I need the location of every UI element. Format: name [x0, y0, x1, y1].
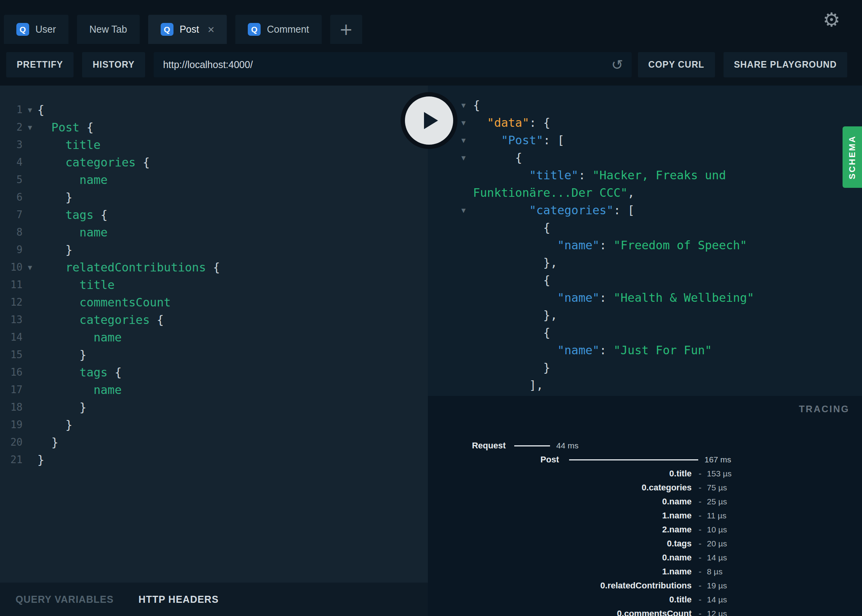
tab-comment[interactable]: QComment	[235, 15, 321, 44]
response-viewer: ▾{▾"data": {▾"Post": [▾{"title": "Hacker…	[428, 86, 862, 396]
fold-arrow-icon[interactable]: ▾	[461, 131, 473, 149]
fold-gutter	[23, 381, 37, 399]
copy-curl-button[interactable]: COPY CURL	[638, 52, 715, 77]
tab-new-tab[interactable]: New Tab	[77, 15, 140, 44]
query-editor[interactable]: 1▾{2▾Post {3title4categories {5name6}7ta…	[0, 86, 428, 583]
response-line: {	[428, 219, 862, 236]
line-number: 9	[0, 241, 23, 259]
trace-value: 14 µs	[707, 595, 727, 604]
execute-play-button[interactable]	[405, 96, 453, 145]
playground-window: QUserNew TabQPost×QComment + ⚙ PRETTIFY …	[0, 0, 862, 616]
fold-arrow-icon[interactable]: ▾	[461, 149, 473, 166]
code-line: 16tags {	[0, 364, 428, 381]
trace-label: 0.title	[428, 469, 692, 479]
trace-label: 0.tags	[428, 539, 692, 549]
fold-arrow-icon[interactable]: ▾	[461, 201, 473, 219]
url-input[interactable]	[162, 59, 611, 71]
line-number: 8	[0, 224, 23, 241]
trace-dash: -	[699, 511, 701, 521]
close-tab-icon[interactable]: ×	[208, 24, 215, 35]
trace-value: 19 µs	[707, 581, 727, 590]
line-content: },	[473, 254, 557, 271]
code-line: 1▾{	[0, 101, 428, 119]
trace-dash: -	[699, 525, 701, 535]
trace-value: 44 ms	[556, 441, 578, 450]
trace-dash: -	[699, 497, 701, 507]
code-line: 18}	[0, 399, 428, 416]
trace-value: 12 µs	[707, 609, 727, 616]
line-content: }	[37, 346, 86, 364]
line-content: "categories": [	[473, 201, 634, 219]
response-line: ▾{	[428, 149, 862, 166]
line-number: 2	[0, 119, 23, 136]
reload-icon[interactable]: ↺	[611, 58, 623, 72]
trace-label: 0.name	[428, 497, 692, 507]
trace-row: 0.name-14 µs	[428, 551, 862, 565]
trace-row: 1.name-11 µs	[428, 509, 862, 523]
fold-gutter	[23, 346, 37, 364]
fold-gutter	[23, 399, 37, 416]
fold-gutter	[23, 434, 37, 451]
line-number: 14	[0, 329, 23, 346]
fold-gutter	[23, 171, 37, 189]
line-content: }	[37, 434, 58, 451]
http-headers-tab[interactable]: HTTP HEADERS	[138, 594, 219, 605]
line-number: 16	[0, 364, 23, 381]
query-tab-icon: Q	[248, 23, 261, 36]
line-number: 1	[0, 101, 23, 119]
line-content: "Post": [	[473, 131, 564, 149]
tab-user[interactable]: QUser	[4, 15, 68, 44]
trace-row: 0.tags-20 µs	[428, 537, 862, 551]
line-number: 6	[0, 189, 23, 206]
line-content: {	[473, 219, 550, 236]
share-playground-button[interactable]: SHARE PLAYGROUND	[724, 52, 847, 77]
trace-value: 20 µs	[707, 539, 727, 548]
trace-dash: -	[699, 483, 701, 493]
trace-label: 0.title	[428, 595, 692, 605]
trace-dash: -	[699, 469, 701, 479]
line-content: categories {	[37, 154, 150, 171]
history-button[interactable]: HISTORY	[82, 52, 145, 77]
trace-value: 167 ms	[704, 455, 731, 464]
query-variables-tab[interactable]: QUERY VARIABLES	[16, 594, 114, 605]
trace-row: 0.title-14 µs	[428, 593, 862, 607]
fold-arrow-icon[interactable]: ▾	[23, 101, 37, 119]
fold-arrow-icon[interactable]: ▾	[461, 96, 473, 114]
line-number: 5	[0, 171, 23, 189]
trace-value: 8 µs	[707, 567, 722, 576]
fold-gutter	[461, 359, 473, 376]
line-number: 3	[0, 136, 23, 154]
tab-label: Comment	[267, 24, 309, 35]
code-line: 21}	[0, 451, 428, 469]
response-line: ▾{	[428, 96, 862, 114]
fold-gutter	[461, 219, 473, 236]
new-tab-button[interactable]: +	[330, 15, 362, 44]
trace-value: 75 µs	[707, 483, 727, 492]
trace-row: 0.name-25 µs	[428, 495, 862, 509]
tab-post[interactable]: QPost×	[148, 15, 227, 44]
trace-value: 153 µs	[707, 469, 731, 478]
response-line: Funktionäre...Der CCC",	[428, 184, 862, 201]
fold-arrow-icon[interactable]: ▾	[461, 114, 473, 131]
response-line: },	[428, 306, 862, 324]
fold-gutter	[23, 294, 37, 311]
schema-sidebar-tab[interactable]: SCHEMA	[843, 126, 862, 188]
trace-row: 1.name-8 µs	[428, 565, 862, 579]
tracing-title: TRACING	[799, 404, 850, 415]
trace-value: 14 µs	[707, 553, 727, 562]
plus-icon: +	[339, 20, 353, 39]
fold-arrow-icon[interactable]: ▾	[23, 259, 37, 276]
editor-bottom-bar: QUERY VARIABLES HTTP HEADERS	[0, 583, 428, 616]
settings-gear-icon[interactable]: ⚙	[823, 9, 840, 31]
fold-gutter	[461, 184, 473, 201]
line-number: 20	[0, 434, 23, 451]
trace-row: 0.relatedContributions-19 µs	[428, 579, 862, 593]
tab-label: New Tab	[89, 24, 127, 35]
code-line: 15}	[0, 346, 428, 364]
line-content: tags {	[37, 206, 108, 224]
response-pane: ▾{▾"data": {▾"Post": [▾{"title": "Hacker…	[428, 86, 862, 616]
fold-gutter	[23, 451, 37, 469]
trace-dash: -	[699, 609, 701, 616]
prettify-button[interactable]: PRETTIFY	[6, 52, 74, 77]
fold-arrow-icon[interactable]: ▾	[23, 119, 37, 136]
